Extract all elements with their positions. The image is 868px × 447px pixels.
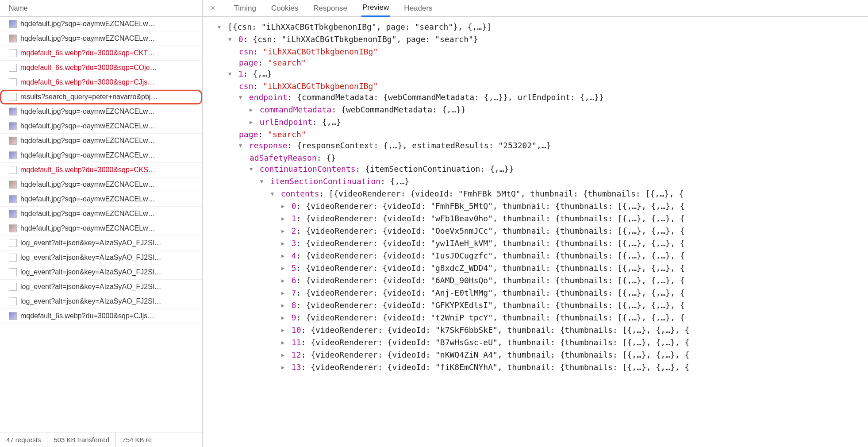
file-icon xyxy=(9,151,17,159)
request-label: log_event?alt=json&key=AIzaSyAO_FJ2Sl… xyxy=(20,283,161,291)
request-label: mqdefault_6s.webp?du=3000&sqp=CKS… xyxy=(20,166,155,174)
request-label: log_event?alt=json&key=AIzaSyAO_FJ2Sl… xyxy=(20,268,161,276)
request-label: hqdefault.jpg?sqp=-oaymwEZCNACELw… xyxy=(20,181,155,189)
tree-line[interactable]: continuationContents: {itemSectionContin… xyxy=(206,163,864,176)
request-label: mqdefault_6s.webp?du=3000&sqp=CJjs… xyxy=(20,312,154,320)
file-icon xyxy=(9,122,17,130)
tree-line[interactable]: 1: {,…} xyxy=(206,68,864,81)
request-row[interactable]: hqdefault.jpg?sqp=-oaymwEZCNACELw… xyxy=(0,207,202,221)
tree-line[interactable]: 11: {videoRenderer: {videoId: "B7wHsGsc-… xyxy=(206,337,864,349)
tree-line[interactable]: 13: {videoRenderer: {videoId: "fiK8EmCNY… xyxy=(206,362,864,374)
request-label: hqdefault.jpg?sqp=-oaymwEZCNACELw… xyxy=(20,20,155,28)
request-row[interactable]: mqdefault_6s.webp?du=3000&sqp=CKS… xyxy=(0,163,202,177)
tree-line[interactable]: urlEndpoint: {,…} xyxy=(206,116,864,129)
request-row[interactable]: log_event?alt=json&key=AIzaSyAO_FJ2Sl… xyxy=(0,280,202,294)
request-row[interactable]: hqdefault.jpg?sqp=-oaymwEZCNACELw… xyxy=(0,148,202,163)
request-row[interactable]: mqdefault_6s.webp?du=3000&sqp=COje… xyxy=(0,61,202,75)
tab-cookies[interactable]: Cookies xyxy=(270,0,299,16)
network-sidebar: Name hqdefault.jpg?sqp=-oaymwEZCNACELw…h… xyxy=(0,0,203,447)
tree-line[interactable]: 9: {videoRenderer: {videoId: "t2WniP_tpc… xyxy=(206,312,864,324)
tree-line[interactable]: 1: {videoRenderer: {videoId: "wFb1Beav0h… xyxy=(206,213,864,225)
request-label: hqdefault.jpg?sqp=-oaymwEZCNACELw… xyxy=(20,151,155,159)
tree-line[interactable]: csn: "iLhXXaCBGtTbkgbenonIBg" xyxy=(206,81,864,92)
file-icon xyxy=(9,268,17,276)
file-icon xyxy=(9,137,17,145)
request-row[interactable]: hqdefault.jpg?sqp=-oaymwEZCNACELw… xyxy=(0,17,202,31)
tree-line[interactable]: itemSectionContinuation: {,…} xyxy=(206,176,864,188)
tree-line[interactable]: csn: "iLhXXaCBGtTbkgbenonIBg" xyxy=(206,46,864,57)
file-icon xyxy=(9,35,17,42)
tree-line[interactable]: 4: {videoRenderer: {videoId: "IusJOCugzf… xyxy=(206,250,864,262)
request-label: hqdefault.jpg?sqp=-oaymwEZCNACELw… xyxy=(20,224,155,232)
tree-line[interactable]: 8: {videoRenderer: {videoId: "GFKYPXEdls… xyxy=(206,300,864,312)
tree-line[interactable]: adSafetyReason: {} xyxy=(206,152,864,163)
request-label: log_event?alt=json&key=AIzaSyAO_FJ2Sl… xyxy=(20,254,161,262)
tree-line[interactable]: 3: {videoRenderer: {videoId: "yw1IAeH_kV… xyxy=(206,238,864,250)
tree-line[interactable]: 2: {videoRenderer: {videoId: "OoeVx5nmJC… xyxy=(206,225,864,238)
preview-area[interactable]: [{csn: "iLhXXaCBGtTbkgbenonIBg", page: "… xyxy=(203,17,868,447)
file-icon xyxy=(9,93,17,101)
file-icon xyxy=(9,20,17,28)
request-label: hqdefault.jpg?sqp=-oaymwEZCNACELw… xyxy=(20,137,155,145)
tab-headers[interactable]: Headers xyxy=(403,0,433,16)
tree-line[interactable]: endpoint: {commandMetadata: {webCommandM… xyxy=(206,92,864,104)
request-row[interactable]: log_event?alt=json&key=AIzaSyAO_FJ2Sl… xyxy=(0,236,202,250)
file-icon xyxy=(9,254,17,262)
tree-line[interactable]: page: "search" xyxy=(206,57,864,68)
request-label: log_event?alt=json&key=AIzaSyAO_FJ2Sl… xyxy=(20,297,161,305)
request-label: mqdefault_6s.webp?du=3000&sqp=COje… xyxy=(20,64,157,72)
tree-line[interactable]: response: {responseContext: {,…}, estima… xyxy=(206,140,864,152)
request-label: hqdefault.jpg?sqp=-oaymwEZCNACELw… xyxy=(20,210,155,218)
request-label: log_event?alt=json&key=AIzaSyAO_FJ2Sl… xyxy=(20,239,161,247)
file-icon xyxy=(9,210,17,218)
request-label: mqdefault_6s.webp?du=3000&sqp=CKT… xyxy=(20,49,155,57)
tree-line[interactable]: 12: {videoRenderer: {videoId: "nKWQ4ZiN_… xyxy=(206,349,864,362)
request-label: hqdefault.jpg?sqp=-oaymwEZCNACELw… xyxy=(20,195,155,203)
request-label: mqdefault_6s.webp?du=3000&sqp=CJjs… xyxy=(20,78,154,86)
file-icon xyxy=(9,64,17,72)
tree-line[interactable]: [{csn: "iLhXXaCBGtTbkgbenonIBg", page: "… xyxy=(206,21,864,34)
request-row[interactable]: hqdefault.jpg?sqp=-oaymwEZCNACELw… xyxy=(0,104,202,119)
request-row[interactable]: mqdefault_6s.webp?du=3000&sqp=CKT… xyxy=(0,46,202,61)
request-row[interactable]: mqdefault_6s.webp?du=3000&sqp=CJjs… xyxy=(0,75,202,90)
request-label: results?search_query=peter+navarro&pbj… xyxy=(20,93,157,101)
tree-line[interactable]: 0: {csn: "iLhXXaCBGtTbkgbenonIBg", page:… xyxy=(206,34,864,46)
footer-requests: 47 requests xyxy=(0,432,47,447)
file-icon xyxy=(9,166,17,174)
request-row[interactable]: hqdefault.jpg?sqp=-oaymwEZCNACELw… xyxy=(0,221,202,236)
tab-timing[interactable]: Timing xyxy=(233,0,257,16)
request-row[interactable]: hqdefault.jpg?sqp=-oaymwEZCNACELw… xyxy=(0,134,202,148)
tree-line[interactable]: 0: {videoRenderer: {videoId: "FmhFBk_5Mt… xyxy=(206,200,864,213)
file-icon xyxy=(9,297,17,305)
tree-line[interactable]: 7: {videoRenderer: {videoId: "Anj-E0tlMM… xyxy=(206,287,864,300)
request-row[interactable]: results?search_query=peter+navarro&pbj… xyxy=(0,90,202,104)
file-icon xyxy=(9,78,17,86)
sidebar-footer: 47 requests 503 KB transferred 754 KB re xyxy=(0,432,202,447)
request-row[interactable]: hqdefault.jpg?sqp=-oaymwEZCNACELw… xyxy=(0,119,202,134)
file-icon xyxy=(9,239,17,247)
tab-preview[interactable]: Preview xyxy=(361,0,390,17)
request-row[interactable]: hqdefault.jpg?sqp=-oaymwEZCNACELw… xyxy=(0,31,202,46)
tree-line[interactable]: 6: {videoRenderer: {videoId: "6AMD_90HsQ… xyxy=(206,275,864,287)
request-row[interactable]: log_event?alt=json&key=AIzaSyAO_FJ2Sl… xyxy=(0,265,202,280)
tree-line[interactable]: contents: [{videoRenderer: {videoId: "Fm… xyxy=(206,188,864,200)
request-row[interactable]: log_event?alt=json&key=AIzaSyAO_FJ2Sl… xyxy=(0,250,202,265)
tree-line[interactable]: commandMetadata: {webCommandMetadata: {,… xyxy=(206,104,864,116)
file-icon xyxy=(9,283,17,291)
file-icon xyxy=(9,195,17,203)
tab-response[interactable]: Response xyxy=(312,0,348,16)
close-icon[interactable]: × xyxy=(211,4,215,13)
tree-line[interactable]: 10: {videoRenderer: {videoId: "k7SkF6bbS… xyxy=(206,324,864,337)
tree-line[interactable]: 5: {videoRenderer: {videoId: "g8xdcZ_WDD… xyxy=(206,262,864,275)
file-icon xyxy=(9,312,17,320)
request-row[interactable]: mqdefault_6s.webp?du=3000&sqp=CJjs… xyxy=(0,309,202,324)
file-icon xyxy=(9,108,17,116)
footer-transferred: 503 KB transferred xyxy=(47,432,116,447)
request-row[interactable]: log_event?alt=json&key=AIzaSyAO_FJ2Sl… xyxy=(0,294,202,309)
footer-resources: 754 KB re xyxy=(116,432,158,447)
tree-line[interactable]: page: "search" xyxy=(206,129,864,140)
request-row[interactable]: hqdefault.jpg?sqp=-oaymwEZCNACELw… xyxy=(0,177,202,192)
main-panel: × TimingCookiesResponsePreviewHeaders [{… xyxy=(203,0,868,447)
sidebar-header[interactable]: Name xyxy=(0,0,202,17)
request-row[interactable]: hqdefault.jpg?sqp=-oaymwEZCNACELw… xyxy=(0,192,202,207)
